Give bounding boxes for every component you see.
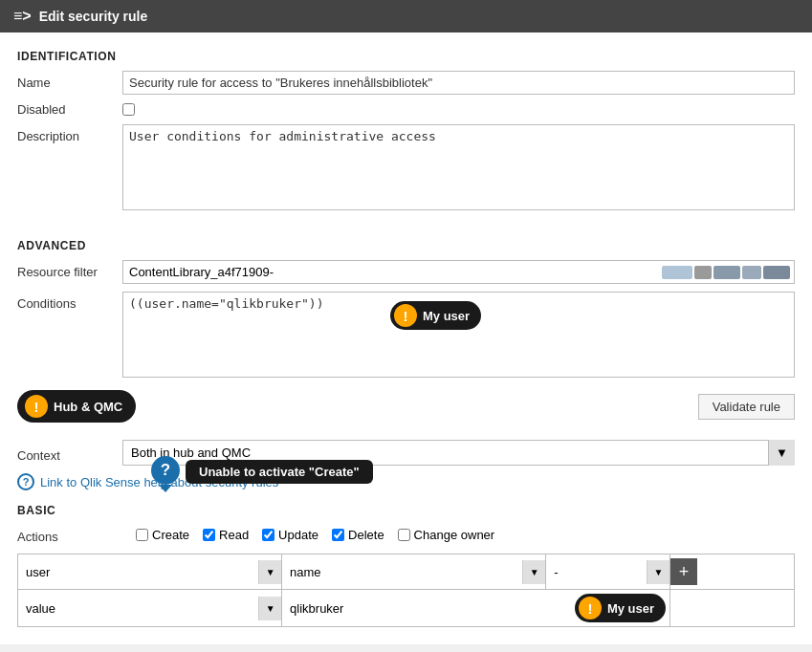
- identification-section-title: IDENTIFICATION: [17, 50, 795, 63]
- content-area: IDENTIFICATION Name Disabled Description…: [0, 33, 812, 644]
- conditions-row: Conditions ((user.name="qlikbruker")) ! …: [17, 292, 795, 380]
- question-bubble: ?: [151, 456, 180, 485]
- advanced-section-title: ADVANCED: [17, 239, 795, 252]
- action-change-owner[interactable]: Change owner: [398, 528, 495, 542]
- help-link-row: ? Link to Qlik Sense help about security…: [17, 473, 795, 490]
- name-input[interactable]: [122, 71, 795, 95]
- description-label: Description: [17, 124, 122, 143]
- change-owner-checkbox[interactable]: [398, 529, 410, 541]
- my-user-tooltip-conditions: ! My user: [390, 301, 481, 330]
- actions-label: Actions: [17, 525, 122, 544]
- context-label: Context: [17, 444, 122, 463]
- action-update[interactable]: Update: [262, 528, 318, 542]
- action-read[interactable]: Read: [203, 528, 249, 542]
- resource-filter-row: Resource filter: [17, 260, 795, 284]
- delete-checkbox[interactable]: [332, 529, 344, 541]
- filter-select-value[interactable]: value: [18, 597, 281, 620]
- disabled-checkbox[interactable]: [122, 103, 135, 116]
- description-input[interactable]: User conditions for administrative acces…: [122, 124, 795, 210]
- filter-col4-add: +: [670, 554, 795, 590]
- conditions-label: Conditions: [17, 292, 122, 311]
- filter-select-operator[interactable]: -: [546, 560, 669, 584]
- validate-rule-button[interactable]: Validate rule: [698, 394, 795, 420]
- update-checkbox[interactable]: [262, 529, 274, 541]
- read-checkbox[interactable]: [203, 529, 215, 541]
- filter-row-1: user ▼ name ▼ -: [18, 554, 795, 590]
- basic-section-title: BASIC: [17, 504, 795, 517]
- filter-row-2: value ▼ ! My user: [18, 590, 795, 627]
- page-title: Edit security rule: [39, 9, 148, 24]
- exclamation-icon-hubqmc: !: [25, 395, 48, 418]
- filter-col2-qlikbruker: ! My user: [282, 590, 670, 627]
- name-row: Name: [17, 71, 795, 95]
- edit-security-icon: ≡>: [13, 8, 32, 25]
- add-filter-button[interactable]: +: [670, 558, 697, 585]
- filter-col3-equals: - ▼: [546, 554, 670, 590]
- help-icon: ?: [17, 473, 34, 490]
- filter-col1-user: user ▼: [18, 554, 282, 590]
- actions-checkboxes: Create Read Update Delete Change owner: [136, 528, 494, 542]
- filter-select-name[interactable]: name: [282, 560, 545, 584]
- hub-qmc-tooltip: ! Hub & QMC: [17, 390, 136, 423]
- my-user-label-value: My user: [607, 601, 654, 616]
- hub-qmc-label: Hub & QMC: [54, 400, 122, 414]
- filter-value-input[interactable]: [282, 597, 575, 620]
- filter-table: user ▼ name ▼ -: [17, 554, 795, 627]
- context-row: Context Both in hub and QMC Only in hub …: [17, 440, 795, 466]
- my-user-tooltip-value: ! My user: [575, 594, 666, 622]
- name-label: Name: [17, 71, 122, 90]
- filter-col1-value: value ▼: [18, 590, 282, 627]
- filter-col4-empty: [670, 590, 795, 627]
- resource-filter-label: Resource filter: [17, 260, 122, 279]
- action-create[interactable]: Create: [136, 528, 189, 542]
- disabled-row: Disabled: [17, 102, 795, 117]
- my-user-label-conditions: My user: [423, 309, 470, 323]
- unable-create-tooltip: Unable to activate "Create": [186, 460, 373, 484]
- exclamation-icon-conditions: !: [394, 304, 417, 327]
- exclamation-icon-value: !: [579, 597, 602, 619]
- description-row: Description User conditions for administ…: [17, 124, 795, 210]
- disabled-label: Disabled: [17, 102, 122, 117]
- actions-row: Actions Create Read Update Delete Change…: [17, 525, 795, 544]
- filter-col2-name: name ▼: [282, 554, 546, 590]
- title-bar: ≡> Edit security rule: [0, 0, 812, 33]
- action-delete[interactable]: Delete: [332, 528, 384, 542]
- resource-filter-input[interactable]: [123, 261, 658, 283]
- filter-select-user[interactable]: user: [18, 560, 281, 584]
- create-checkbox[interactable]: [136, 529, 148, 541]
